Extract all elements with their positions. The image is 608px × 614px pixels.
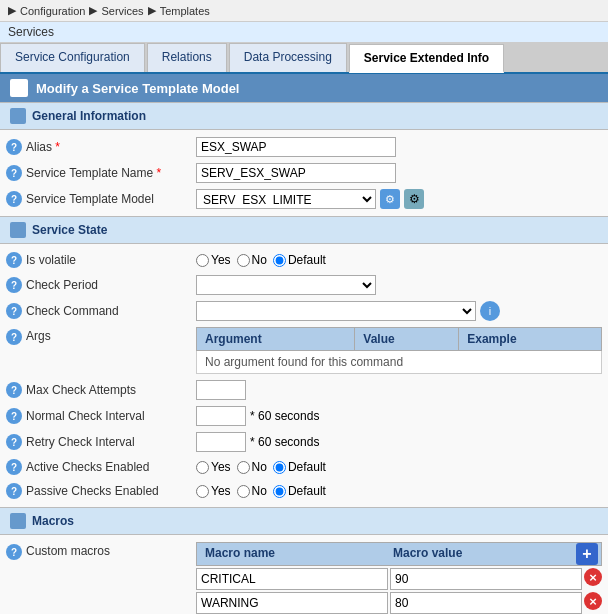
template-model-select[interactable]: SERV_ESX_LIMITE [196,189,376,209]
macro-name-warning[interactable] [196,592,388,614]
max-check-attempts-label: Max Check Attempts [26,383,196,397]
macro-value-col-header: Macro value [385,543,573,565]
macro-value-warning[interactable] [390,592,582,614]
custom-macros-help-icon[interactable]: ? [6,544,22,560]
retry-check-interval-suffix: * 60 seconds [250,435,319,449]
template-name-input[interactable] [196,163,396,183]
tab-relations[interactable]: Relations [147,43,227,72]
passive-checks-default-label[interactable]: Default [273,484,326,498]
normal-check-interval-row: ? Normal Check Interval * 60 seconds [0,403,608,429]
macro-row-warning: × [196,592,602,614]
service-state-section-header: Service State [0,216,608,244]
breadcrumb-services[interactable]: Services [101,5,143,17]
service-state-icon [10,222,26,238]
passive-checks-default-radio[interactable] [273,485,286,498]
is-volatile-default-radio[interactable] [273,254,286,267]
custom-macros-value: Macro name Macro value + × × × [196,542,602,614]
macros-label: Macros [32,514,74,528]
add-macro-button[interactable]: + [576,543,598,565]
template-model-gear-icon[interactable]: ⚙ [404,189,424,209]
check-period-value [196,275,602,295]
active-checks-default-label[interactable]: Default [273,460,326,474]
active-checks-help-icon[interactable]: ? [6,459,22,475]
is-volatile-row: ? Is volatile Yes No Default [0,248,608,272]
is-volatile-value: Yes No Default [196,253,602,267]
alias-label: Alias * [26,140,196,154]
alias-help-icon[interactable]: ? [6,139,22,155]
breadcrumb-sep2: ▶ [148,4,156,17]
breadcrumb: ▶ Configuration ▶ Services ▶ Templates [0,0,608,22]
template-model-configure-icon[interactable]: ⚙ [380,189,400,209]
active-checks-yes-radio[interactable] [196,461,209,474]
template-model-value: SERV_ESX_LIMITE ⚙ ⚙ [196,189,602,209]
check-command-label: Check Command [26,304,196,318]
macro-name-critical[interactable] [196,568,388,590]
template-model-help-icon[interactable]: ? [6,191,22,207]
macro-value-critical[interactable] [390,568,582,590]
is-volatile-yes-radio[interactable] [196,254,209,267]
max-check-attempts-input[interactable] [196,380,246,400]
delete-macro-critical[interactable]: × [584,568,602,586]
is-volatile-help-icon[interactable]: ? [6,252,22,268]
breadcrumb-configuration[interactable]: Configuration [20,5,85,17]
tab-data-processing[interactable]: Data Processing [229,43,347,72]
is-volatile-default-label[interactable]: Default [273,253,326,267]
normal-check-interval-suffix: * 60 seconds [250,409,319,423]
template-name-value [196,163,602,183]
passive-checks-yes-radio[interactable] [196,485,209,498]
retry-check-interval-label: Retry Check Interval [26,435,196,449]
breadcrumb-templates[interactable]: Templates [160,5,210,17]
check-command-value: i [196,301,602,321]
active-checks-row: ? Active Checks Enabled Yes No Default [0,455,608,479]
check-command-info-icon[interactable]: i [480,301,500,321]
check-period-help-icon[interactable]: ? [6,277,22,293]
args-table: Argument Value Example No argument found… [196,327,602,374]
general-info-block: ? Alias * ? Service Template Name * ? Se… [0,130,608,216]
args-empty-row: No argument found for this command [197,351,602,374]
check-period-select[interactable] [196,275,376,295]
is-volatile-no-radio[interactable] [237,254,250,267]
is-volatile-label: Is volatile [26,253,196,267]
max-check-attempts-help-icon[interactable]: ? [6,382,22,398]
retry-check-interval-row: ? Retry Check Interval * 60 seconds [0,429,608,455]
active-checks-no-radio[interactable] [237,461,250,474]
args-col-argument: Argument [197,328,355,351]
alias-value [196,137,602,157]
check-command-help-icon[interactable]: ? [6,303,22,319]
retry-check-interval-input[interactable] [196,432,246,452]
macros-icon [10,513,26,529]
args-help-icon[interactable]: ? [6,329,22,345]
retry-check-interval-help-icon[interactable]: ? [6,434,22,450]
template-model-row: ? Service Template Model SERV_ESX_LIMITE… [0,186,608,212]
check-command-select[interactable] [196,301,476,321]
active-checks-yes-label[interactable]: Yes [196,460,231,474]
normal-check-interval-input[interactable] [196,406,246,426]
delete-macro-warning[interactable]: × [584,592,602,610]
args-value: Argument Value Example No argument found… [196,327,602,374]
passive-checks-no-label[interactable]: No [237,484,267,498]
args-row: ? Args Argument Value Example No argumen… [0,324,608,377]
is-volatile-yes-label[interactable]: Yes [196,253,231,267]
passive-checks-help-icon[interactable]: ? [6,483,22,499]
page-header: Services [0,22,608,43]
passive-checks-no-radio[interactable] [237,485,250,498]
tab-bar: Service Configuration Relations Data Pro… [0,43,608,74]
retry-check-interval-value: * 60 seconds [196,432,602,452]
macros-block: ? Custom macros Macro name Macro value +… [0,535,608,614]
active-checks-default-radio[interactable] [273,461,286,474]
active-checks-label: Active Checks Enabled [26,460,196,474]
tab-service-configuration[interactable]: Service Configuration [0,43,145,72]
macro-row-critical: × [196,568,602,590]
active-checks-no-label[interactable]: No [237,460,267,474]
service-state-block: ? Is volatile Yes No Default ? Check Per… [0,244,608,507]
normal-check-interval-label: Normal Check Interval [26,409,196,423]
is-volatile-no-label[interactable]: No [237,253,267,267]
normal-check-interval-help-icon[interactable]: ? [6,408,22,424]
template-name-help-icon[interactable]: ? [6,165,22,181]
tab-service-extended-info[interactable]: Service Extended Info [349,44,504,73]
general-info-label: General Information [32,109,146,123]
alias-input[interactable] [196,137,396,157]
check-period-row: ? Check Period [0,272,608,298]
passive-checks-yes-label[interactable]: Yes [196,484,231,498]
args-empty-message: No argument found for this command [197,351,602,374]
